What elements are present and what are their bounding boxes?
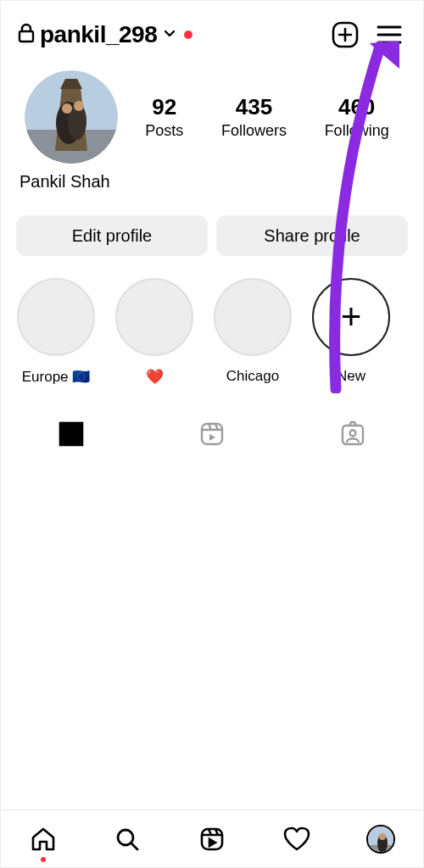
svg-point-14 [350, 431, 356, 437]
highlight-label: ❤️ [114, 368, 194, 386]
highlight-item[interactable]: Europe 🇪🇺 [16, 278, 96, 386]
new-highlight-circle: + [312, 278, 390, 356]
nav-profile[interactable] [338, 810, 423, 867]
display-name: Pankil Shah [1, 164, 423, 192]
followers-label: Followers [221, 122, 287, 140]
posts-label: Posts [145, 122, 183, 140]
username[interactable]: pankil_298 [40, 21, 157, 48]
edit-profile-button[interactable]: Edit profile [16, 215, 208, 256]
highlight-circle [17, 278, 95, 356]
nav-home[interactable] [1, 810, 86, 867]
tab-tagged[interactable] [282, 411, 423, 457]
highlight-label: Chicago [213, 368, 293, 385]
svg-rect-13 [343, 426, 363, 444]
nav-search[interactable] [86, 810, 170, 867]
lock-icon [18, 23, 35, 47]
svg-rect-11 [60, 423, 82, 445]
svg-rect-12 [202, 424, 222, 444]
svg-point-9 [62, 103, 72, 114]
highlight-circle [115, 278, 193, 356]
nav-avatar [366, 825, 395, 854]
highlight-circle [214, 278, 292, 356]
chevron-down-icon[interactable] [162, 25, 177, 44]
profile-avatar[interactable] [25, 70, 118, 164]
highlight-new-label: New [311, 368, 391, 385]
notification-dot [184, 31, 192, 39]
stat-followers[interactable]: 435 Followers [221, 94, 287, 140]
avatar-image [25, 70, 118, 164]
highlight-item[interactable]: ❤️ [114, 278, 194, 386]
svg-rect-0 [20, 31, 33, 42]
nav-reels[interactable] [170, 810, 254, 867]
highlight-label: Europe 🇪🇺 [16, 368, 96, 386]
nav-home-dot [41, 857, 46, 862]
hamburger-menu-button[interactable] [371, 16, 408, 53]
tab-grid[interactable] [1, 411, 142, 457]
highlight-new[interactable]: + New [311, 278, 391, 386]
nav-activity[interactable] [254, 810, 339, 867]
svg-point-10 [74, 101, 84, 111]
plus-icon: + [341, 299, 362, 335]
create-button[interactable] [326, 16, 364, 53]
highlight-item[interactable]: Chicago [213, 278, 293, 386]
svg-rect-16 [202, 829, 222, 849]
posts-count: 92 [145, 94, 183, 120]
stat-posts[interactable]: 92 Posts [145, 94, 183, 140]
svg-point-20 [379, 833, 386, 840]
following-count: 460 [325, 94, 389, 120]
stat-following[interactable]: 460 Following [325, 94, 389, 140]
following-label: Following [325, 122, 389, 140]
tab-reels[interactable] [142, 411, 282, 457]
followers-count: 435 [221, 94, 287, 120]
share-profile-button[interactable]: Share profile [216, 215, 408, 256]
